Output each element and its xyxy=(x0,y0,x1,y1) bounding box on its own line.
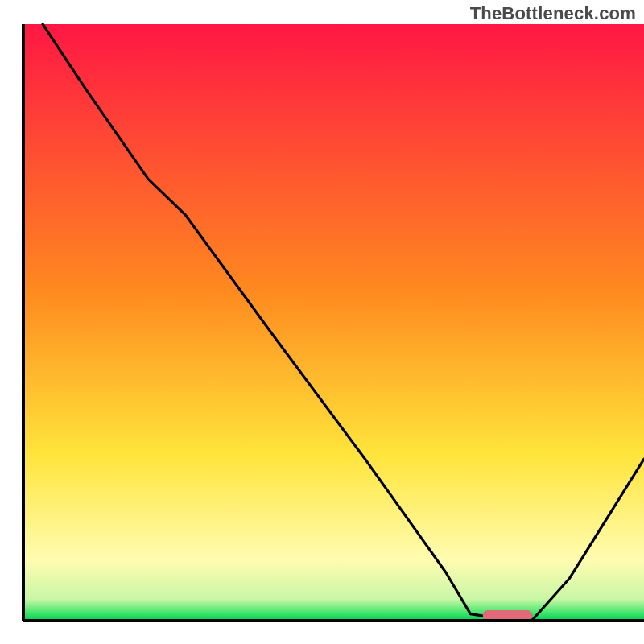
chart-frame: TheBottleneck.com xyxy=(0,0,644,644)
plot-background xyxy=(24,24,644,620)
bottleneck-chart xyxy=(0,0,644,644)
